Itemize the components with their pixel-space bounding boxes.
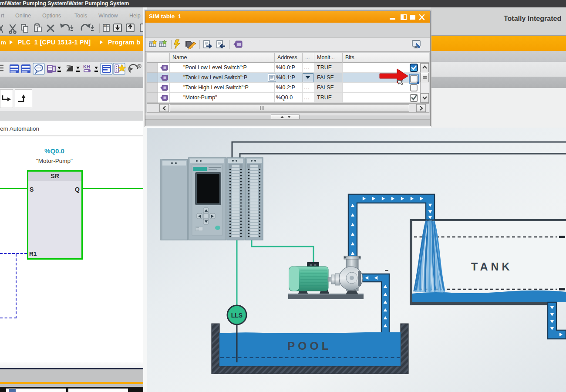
svg-text:KH: KH	[83, 64, 90, 69]
svg-text:LLS: LLS	[231, 312, 243, 319]
svg-text:88: 88	[104, 24, 107, 27]
